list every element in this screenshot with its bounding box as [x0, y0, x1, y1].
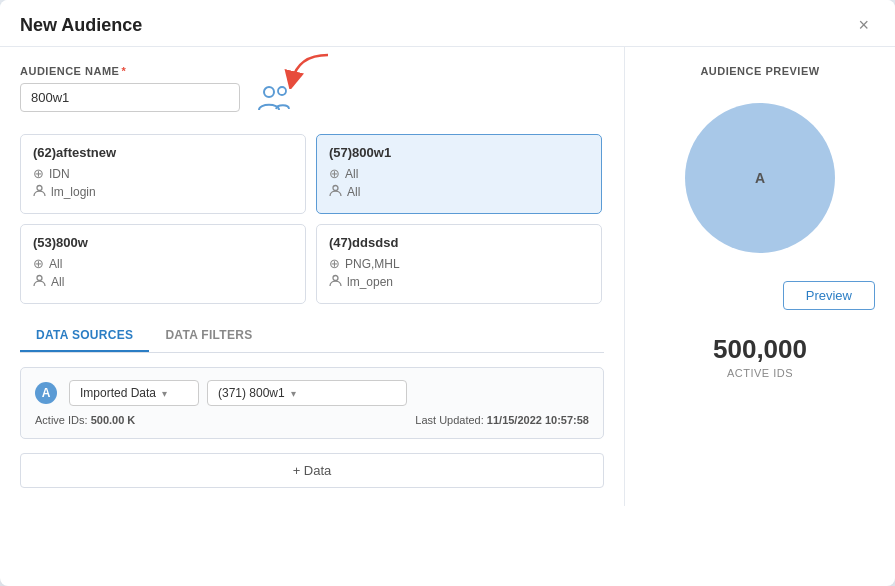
tabs-row: DATA SOURCES DATA FILTERS	[20, 320, 604, 353]
new-audience-modal: New Audience × AUDIENCE NAME*	[0, 0, 895, 586]
card-4-login: lm_open	[347, 275, 393, 289]
modal-title: New Audience	[20, 15, 142, 36]
card-2-login: All	[347, 185, 360, 199]
active-ids-number: 500,000	[713, 334, 807, 365]
preview-title: AUDIENCE PREVIEW	[700, 65, 819, 77]
add-data-button[interactable]: + Data	[20, 453, 604, 488]
required-star: *	[121, 65, 126, 77]
audience-card-2[interactable]: (57)800w1 ⊕ All All	[316, 134, 602, 214]
audience-card-4[interactable]: (47)ddsdsd ⊕ PNG,MHL lm_open	[316, 224, 602, 304]
card-4-meta-1: ⊕ PNG,MHL	[329, 256, 589, 271]
person-icon-4	[329, 274, 342, 290]
active-ids-label: ACTIVE IDs	[713, 367, 807, 379]
right-panel: AUDIENCE PREVIEW A Preview 500,000 ACTIV…	[625, 47, 895, 506]
left-panel: AUDIENCE NAME*	[0, 47, 625, 506]
chart-label-a: A	[755, 170, 765, 186]
card-3-title: (53)800w	[33, 235, 293, 250]
modal-header: New Audience ×	[0, 0, 895, 47]
svg-point-6	[333, 276, 338, 281]
audience-name-input[interactable]	[20, 83, 240, 112]
card-4-title: (47)ddsdsd	[329, 235, 589, 250]
datasource-badge: A	[35, 382, 57, 404]
active-ids-block: 500,000 ACTIVE IDs	[713, 334, 807, 379]
svg-point-5	[37, 276, 42, 281]
card-2-meta-2: All	[329, 184, 589, 200]
globe-icon-4: ⊕	[329, 256, 340, 271]
audience-select[interactable]: (371) 800w1 ▾	[207, 380, 407, 406]
card-1-country: IDN	[49, 167, 70, 181]
datasource-row: A Imported Data ▾ (371) 800w1 ▾	[35, 380, 589, 406]
svg-point-3	[37, 186, 42, 191]
person-icon-2	[329, 184, 342, 200]
card-1-meta-2: lm_login	[33, 184, 293, 200]
modal-body: AUDIENCE NAME*	[0, 47, 895, 506]
card-4-country: PNG,MHL	[345, 257, 400, 271]
active-ids-meta: Active IDs: 500.00 K	[35, 414, 135, 426]
audience-cards-grid: (62)aftestnew ⊕ IDN lm_login	[20, 134, 604, 304]
arrow-indicator	[278, 53, 332, 96]
card-3-meta-1: ⊕ All	[33, 256, 293, 271]
tab-data-sources[interactable]: DATA SOURCES	[20, 320, 149, 352]
preview-button[interactable]: Preview	[783, 281, 875, 310]
globe-icon-1: ⊕	[33, 166, 44, 181]
card-1-title: (62)aftestnew	[33, 145, 293, 160]
datasource-block: A Imported Data ▾ (371) 800w1 ▾ Active I…	[20, 367, 604, 439]
globe-icon-2: ⊕	[329, 166, 340, 181]
imported-data-chevron: ▾	[162, 388, 167, 399]
imported-data-label: Imported Data	[80, 386, 156, 400]
imported-data-select[interactable]: Imported Data ▾	[69, 380, 199, 406]
person-icon-3	[33, 274, 46, 290]
audience-name-row	[20, 83, 604, 120]
datasource-meta: Active IDs: 500.00 K Last Updated: 11/15…	[35, 414, 589, 426]
last-updated-meta: Last Updated: 11/15/2022 10:57:58	[415, 414, 589, 426]
globe-icon-3: ⊕	[33, 256, 44, 271]
audience-card-1[interactable]: (62)aftestnew ⊕ IDN lm_login	[20, 134, 306, 214]
card-2-country: All	[345, 167, 358, 181]
card-2-meta-1: ⊕ All	[329, 166, 589, 181]
card-3-country: All	[49, 257, 62, 271]
cards-container: (62)aftestnew ⊕ IDN lm_login	[20, 134, 602, 304]
card-4-meta-2: lm_open	[329, 274, 589, 290]
audience-value: (371) 800w1	[218, 386, 285, 400]
svg-point-1	[264, 87, 274, 97]
audience-chart: A	[675, 93, 845, 263]
card-2-title: (57)800w1	[329, 145, 589, 160]
audience-card-3[interactable]: (53)800w ⊕ All All	[20, 224, 306, 304]
card-3-meta-2: All	[33, 274, 293, 290]
person-icon-1	[33, 184, 46, 200]
card-1-meta-1: ⊕ IDN	[33, 166, 293, 181]
group-icon-wrapper	[256, 83, 292, 120]
audience-chevron: ▾	[291, 388, 296, 399]
svg-point-4	[333, 186, 338, 191]
close-button[interactable]: ×	[852, 14, 875, 36]
tab-data-filters[interactable]: DATA FILTERS	[149, 320, 268, 352]
card-1-login: lm_login	[51, 185, 96, 199]
card-3-login: All	[51, 275, 64, 289]
